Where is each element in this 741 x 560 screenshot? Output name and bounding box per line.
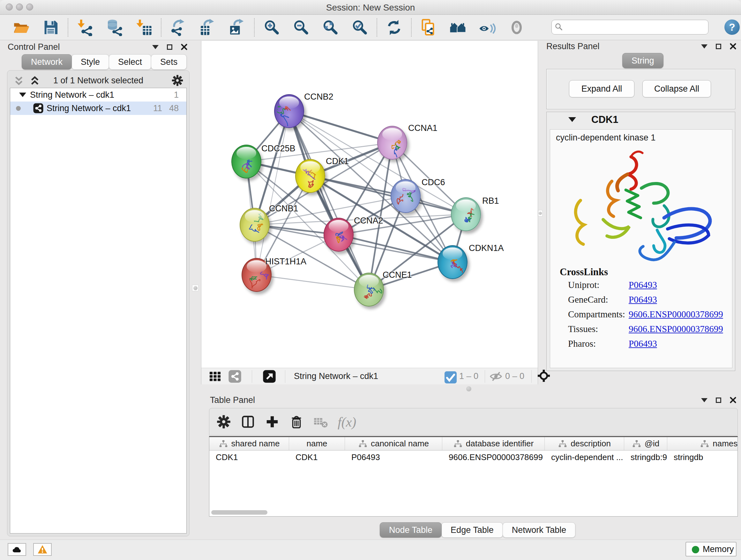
table-row[interactable]: CDK1CDK1P064939606.ENSP00000378699cyclin… bbox=[209, 450, 738, 463]
network-canvas[interactable]: CCNB2CCNA1CDC25BCDK1CDC6RB1CCNB1CCNA2CDK… bbox=[201, 41, 538, 368]
node-CDC25B[interactable] bbox=[231, 145, 261, 179]
control-panel-title: Control Panel bbox=[8, 42, 60, 52]
session-documents-icon[interactable] bbox=[420, 19, 437, 36]
toolbar-group bbox=[13, 19, 59, 36]
crosslink-link[interactable]: P06493 bbox=[629, 294, 657, 305]
network-selection-summary: 1 of 1 Network selected bbox=[7, 76, 189, 85]
node-label-CCNA1: CCNA1 bbox=[408, 123, 437, 133]
crosslink-link[interactable]: 9606.ENSP00000378699 bbox=[629, 324, 723, 334]
toolbar-group bbox=[170, 19, 246, 36]
hidden-eye-slash-icon[interactable] bbox=[489, 370, 502, 383]
collapse-all-button[interactable]: Collapse All bbox=[643, 80, 711, 98]
panel-close-icon[interactable] bbox=[181, 44, 188, 51]
panel-float-icon[interactable] bbox=[716, 397, 721, 403]
settings-icon[interactable] bbox=[216, 415, 231, 429]
show-graphics-details-icon[interactable] bbox=[479, 19, 496, 36]
node-label-CDK1: CDK1 bbox=[326, 157, 349, 166]
node-CCNB1[interactable] bbox=[240, 208, 270, 242]
zoom-in-icon[interactable] bbox=[263, 19, 280, 36]
warning-button[interactable] bbox=[33, 543, 52, 556]
help-button[interactable]: ? bbox=[724, 19, 740, 35]
refresh-layout-icon[interactable] bbox=[386, 19, 403, 36]
panel-close-icon[interactable] bbox=[730, 396, 737, 403]
open-folder-icon[interactable] bbox=[13, 19, 30, 36]
crosslink-link[interactable]: P06493 bbox=[629, 280, 657, 290]
node-CCNB2[interactable] bbox=[274, 94, 304, 128]
import-database-icon[interactable] bbox=[106, 19, 123, 36]
horizontal-scrollbar[interactable] bbox=[211, 510, 267, 515]
zoom-fit-icon[interactable] bbox=[322, 19, 339, 36]
node-CDKN1A[interactable] bbox=[437, 245, 468, 279]
view-grid-icon[interactable] bbox=[208, 370, 222, 383]
panel-float-icon[interactable] bbox=[167, 44, 172, 50]
node-CCNE1[interactable] bbox=[354, 273, 384, 307]
entry-collapse-icon[interactable] bbox=[568, 117, 576, 122]
show-birds-eye-icon[interactable] bbox=[508, 19, 525, 36]
network-status-dot bbox=[16, 106, 21, 111]
network-collection-row[interactable]: String Network – cdk1 1 bbox=[10, 88, 186, 102]
tab-node-table[interactable]: Node Table bbox=[380, 522, 442, 538]
window-title: Session: New Session bbox=[0, 3, 741, 13]
column-header-database-identifier[interactable]: database identifier bbox=[442, 437, 545, 450]
memory-button[interactable]: Memory bbox=[685, 542, 737, 557]
tab-edge-table[interactable]: Edge Table bbox=[441, 522, 503, 538]
collection-expand-icon[interactable] bbox=[19, 92, 26, 97]
tab-sets[interactable]: Sets bbox=[151, 54, 187, 70]
network-node-count: 11 bbox=[153, 104, 162, 113]
panel-menu-icon[interactable] bbox=[701, 398, 708, 402]
export-table-icon[interactable] bbox=[199, 19, 216, 36]
detach-view-icon[interactable] bbox=[263, 370, 276, 383]
export-image-icon[interactable] bbox=[228, 19, 246, 36]
table-cell: stringdb bbox=[667, 450, 738, 463]
network-options-gear-icon[interactable] bbox=[172, 74, 184, 86]
column-header-name[interactable]: name bbox=[289, 437, 345, 450]
selected-checkbox-icon[interactable] bbox=[444, 371, 455, 382]
delete-column-icon[interactable] bbox=[289, 415, 304, 429]
panel-menu-icon[interactable] bbox=[152, 45, 158, 49]
tab-network-table[interactable]: Network Table bbox=[502, 522, 576, 538]
cloud-button[interactable] bbox=[8, 543, 26, 556]
export-network-icon[interactable] bbox=[170, 19, 187, 36]
tab-network[interactable]: Network bbox=[22, 54, 72, 70]
node-CDC6[interactable] bbox=[391, 179, 421, 213]
network-row[interactable]: String Network – cdk1 11 48 bbox=[10, 102, 186, 115]
column-header-shared-name[interactable]: shared name bbox=[209, 437, 289, 450]
import-table-icon[interactable] bbox=[135, 19, 152, 36]
table-cell: CDK1 bbox=[289, 450, 345, 463]
crosslink-link[interactable]: 9606.ENSP00000378699 bbox=[629, 309, 723, 320]
panel-float-icon[interactable] bbox=[716, 44, 721, 49]
delete-table-icon bbox=[313, 415, 328, 429]
panel-menu-icon[interactable] bbox=[701, 44, 708, 49]
expand-all-button[interactable]: Expand All bbox=[569, 80, 634, 98]
import-network-icon[interactable] bbox=[77, 19, 94, 36]
tab-string[interactable]: String bbox=[622, 53, 664, 68]
node-CCNA1[interactable] bbox=[377, 126, 407, 160]
view-network-icon[interactable] bbox=[228, 370, 242, 383]
node-RB1[interactable] bbox=[451, 197, 481, 231]
selected-counts: 1 – 0 bbox=[459, 371, 478, 381]
hidden-counts: 0 – 0 bbox=[505, 371, 524, 381]
splitter-handle[interactable] bbox=[466, 386, 471, 391]
string-home-icon[interactable] bbox=[449, 19, 467, 36]
add-column-icon[interactable] bbox=[265, 415, 280, 429]
column-header-canonical-name[interactable]: canonical name bbox=[345, 437, 442, 450]
node-CDK1[interactable] bbox=[295, 159, 325, 193]
network-selector-row: 1 of 1 Network selected bbox=[7, 74, 189, 87]
crosslink-link[interactable]: P06493 bbox=[629, 338, 657, 349]
tab-style[interactable]: Style bbox=[71, 54, 109, 70]
tab-select[interactable]: Select bbox=[109, 54, 151, 70]
crosslink-row: GeneCard:P06493 bbox=[550, 294, 732, 309]
save-session-icon[interactable] bbox=[42, 19, 59, 36]
split-columns-icon[interactable] bbox=[241, 415, 255, 429]
zoom-out-icon[interactable] bbox=[292, 19, 310, 36]
column-header-description[interactable]: description bbox=[545, 437, 624, 450]
search-input[interactable] bbox=[551, 20, 709, 35]
panel-close-icon[interactable] bbox=[730, 43, 737, 50]
splitter-handle[interactable] bbox=[538, 210, 542, 216]
zoom-selected-icon[interactable] bbox=[351, 19, 368, 36]
protein-structure-image bbox=[558, 148, 724, 263]
splitter-handle[interactable] bbox=[192, 285, 199, 291]
column-header-@id[interactable]: @id bbox=[624, 437, 667, 450]
node-CCNA2[interactable] bbox=[324, 218, 354, 252]
column-header-namespace[interactable]: namespace bbox=[667, 437, 738, 450]
